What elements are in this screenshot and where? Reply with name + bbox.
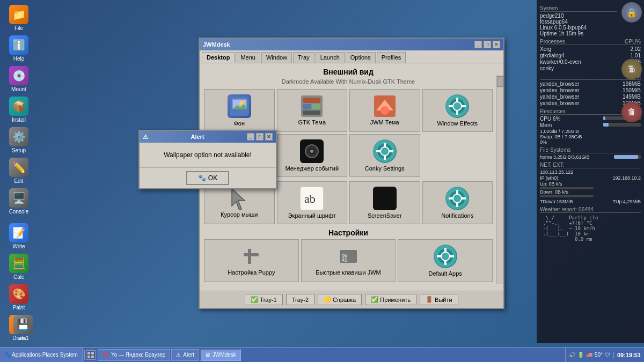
- event-manager-icon: [300, 139, 324, 163]
- svg-rect-16: [456, 98, 458, 102]
- alert-taskbar-label: Alert: [183, 352, 194, 358]
- desktop-icon-edit[interactable]: ✏️ Edit: [0, 156, 38, 186]
- wallpaper-icon: [228, 94, 251, 118]
- tray1-button[interactable]: ✅ Tray-1: [245, 294, 282, 305]
- svg-rect-7: [303, 104, 311, 109]
- settings-grid: Настройка Puppy QWAS Быстрые клавиши JWM: [204, 239, 493, 282]
- desktop-icon-mount[interactable]: 💿 Mount: [0, 64, 38, 94]
- quit-label: Выйти: [435, 297, 452, 303]
- tab-window[interactable]: Window: [261, 52, 292, 63]
- lock-button[interactable]: 🔒: [621, 2, 642, 23]
- svg-rect-39: [375, 189, 394, 208]
- quit-button[interactable]: 🚪 Выйти: [420, 294, 458, 305]
- cpu-pct-label: CPU%: [625, 39, 641, 45]
- jwm-hotkeys-icon: QWAS: [338, 246, 359, 267]
- desktop-icon-setup[interactable]: ⚙️ Setup: [0, 125, 38, 156]
- svg-point-28: [310, 150, 313, 153]
- edit-icon: ✏️: [9, 158, 28, 177]
- weather-art: \ / Partly clo .""-.. +7(6) °C -( ). ~ 1…: [540, 215, 641, 242]
- help-button[interactable]: 🟡 Справка: [318, 294, 362, 305]
- sda1-icon[interactable]: 💾 sda1: [4, 313, 42, 343]
- gtk-theme-icon: [301, 95, 323, 117]
- sys-kernel: Linux 6.0.5-lxpup64: [540, 25, 617, 31]
- jwm-theme-item[interactable]: JWM Тема: [349, 89, 420, 132]
- notifications-label: Notifications: [441, 212, 473, 219]
- tab-options[interactable]: Options: [346, 52, 376, 63]
- apply-button[interactable]: ✅ Применить: [365, 294, 416, 305]
- desktop-icon-paint[interactable]: 🎨 Paint: [0, 282, 38, 313]
- alert-ok-button[interactable]: 🐾 OK: [186, 171, 229, 185]
- alert-controls: _ □ ✕: [247, 133, 273, 141]
- install-label: Install: [12, 117, 26, 123]
- tab-tray[interactable]: Tray: [293, 52, 314, 63]
- taskbar-start-button[interactable]: 🐾 Applications Places System: [0, 348, 83, 362]
- puppy-settings-label: Настройка Puppy: [228, 269, 275, 276]
- desktop-icon-install[interactable]: 📦 Install: [0, 94, 38, 125]
- alert-close-button[interactable]: ✕: [265, 133, 273, 141]
- desktop-icon-write[interactable]: 📝 Write: [0, 221, 38, 252]
- taskbar-yandex[interactable]: Yo Yo — Яндекс Браузер: [98, 349, 171, 361]
- svg-rect-32: [384, 143, 386, 147]
- cpu-bar-fill: [603, 116, 605, 120]
- desktop-icon-console[interactable]: 🖥️ Console: [0, 186, 38, 217]
- svg-rect-60: [450, 255, 454, 257]
- apply-label: Применить: [380, 297, 411, 303]
- svg-point-56: [441, 252, 450, 261]
- svg-rect-17: [456, 110, 458, 115]
- svg-marker-36: [232, 189, 245, 210]
- wallpaper-item[interactable]: Фон: [204, 89, 275, 132]
- tray-audio-icon[interactable]: 🔋: [577, 352, 584, 358]
- home-bar-fill: [614, 155, 638, 159]
- jwmdesk-taskbar-label: JWMdesk: [213, 352, 236, 358]
- conky-settings-icon: [373, 139, 397, 163]
- screen-font-item[interactable]: ab Экранный шрифт: [277, 181, 348, 224]
- tray-network-icon[interactable]: 🔊: [569, 352, 575, 358]
- taskbar-jwmdesk[interactable]: 🖥 JWMdesk: [200, 349, 241, 361]
- window-effects-item[interactable]: Window Effects: [422, 89, 493, 132]
- tab-launch[interactable]: Launch: [316, 52, 345, 63]
- separator1: [84, 350, 85, 360]
- alert-minimize-button[interactable]: _: [247, 133, 254, 141]
- notifications-item[interactable]: Notifications: [422, 181, 493, 224]
- default-apps-item[interactable]: Default Apps: [398, 239, 493, 282]
- system-title: System: [540, 5, 617, 12]
- minimize-button[interactable]: _: [474, 41, 482, 48]
- close-button[interactable]: ✕: [493, 41, 500, 48]
- maximize-button[interactable]: □: [484, 41, 491, 48]
- svg-point-42: [453, 194, 462, 203]
- taskbar-apps-button[interactable]: [86, 350, 96, 360]
- jwm-hotkeys-item[interactable]: QWAS Быстрые клавиши JWM: [301, 239, 396, 282]
- tray-shield-icon[interactable]: 🛡: [605, 352, 610, 358]
- tab-desktop[interactable]: Desktop: [202, 52, 235, 63]
- svg-rect-49: [244, 253, 259, 256]
- svg-rect-46: [462, 197, 466, 200]
- conky-settings-item[interactable]: Conky Settings: [349, 134, 420, 177]
- scrollbar[interactable]: [496, 75, 503, 284]
- event-manager-item[interactable]: Менеджер событий: [277, 134, 348, 177]
- tray2-button[interactable]: Tray-2: [286, 294, 314, 305]
- jwmdesk-title: JWMdesk: [203, 41, 230, 48]
- svg-rect-44: [456, 203, 458, 207]
- appearance-subtitle: Darkmode Available With Numix-Dusk GTK T…: [204, 78, 493, 85]
- zip-button[interactable]: 🗜: [621, 59, 642, 79]
- alert-maximize-button[interactable]: □: [256, 133, 264, 141]
- taskbar-items: Yo Yo — Яндекс Браузер ⚠ Alert 🖥 JWMdesk: [96, 348, 565, 362]
- swap-pct: 0%: [540, 139, 641, 145]
- svg-point-12: [380, 106, 389, 115]
- puppy-settings-item[interactable]: Настройка Puppy: [204, 239, 299, 282]
- taskbar-alert[interactable]: ⚠ Alert: [171, 349, 199, 361]
- tray-flag-icon[interactable]: 🇺🇸: [586, 352, 592, 358]
- trash-button[interactable]: 🗑: [621, 102, 642, 122]
- tab-profiles[interactable]: Profiles: [377, 52, 406, 63]
- desktop-icon-calc[interactable]: 🧮 Calc: [0, 252, 38, 282]
- tab-menu[interactable]: Menu: [236, 52, 260, 63]
- screensaver-item[interactable]: ScreenSaver: [349, 181, 420, 224]
- jwmdesk-controls: _ □ ✕: [474, 41, 500, 48]
- svg-rect-18: [449, 105, 453, 107]
- install-icon: 📦: [9, 97, 28, 116]
- scrollbar-thumb[interactable]: [497, 76, 503, 87]
- desktop-icon-help[interactable]: ℹ️ Help: [0, 33, 38, 64]
- desktop-icon-file[interactable]: 📁 File: [0, 3, 38, 33]
- tabs-bar: Desktop Menu Window Tray Launch Options …: [200, 50, 503, 63]
- gtk-theme-item[interactable]: GTK Тема: [277, 89, 348, 132]
